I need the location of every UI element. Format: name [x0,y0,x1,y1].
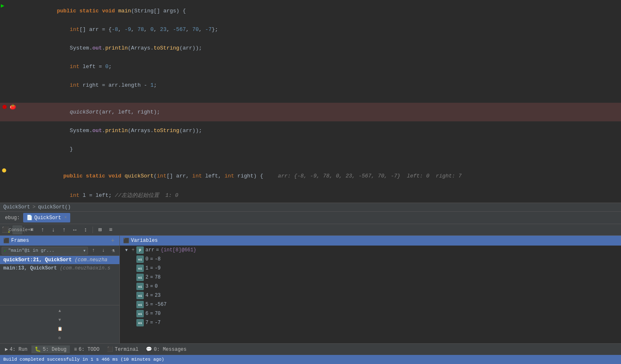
toolbar-separator2 [93,227,93,233]
var-eq: = [150,265,153,271]
line-number [0,57,17,76]
var-type-icon-oi: oi [136,274,144,281]
code-text: int right = arr.length - 1; [17,76,621,95]
var-name-1: 1 [145,265,148,271]
code-text [17,158,621,167]
var-item-arr[interactable]: ▼ + p arr = {int[8]@661} [120,246,621,255]
frames-settings-btn[interactable]: ⚙ [55,333,64,343]
todo-tab-icon: ≡ [74,347,77,352]
line-number [0,39,17,57]
todo-tab-label: 6: TODO [79,347,99,352]
line-number [0,185,17,203]
toolbar-btn-step-into[interactable]: ↓ [48,225,58,234]
code-text: public static void main(String[] args) { [17,2,621,20]
line-number [0,20,17,39]
variables-panel: ⬛ Variables ▼ + p arr = {int[8]@661} [120,236,621,343]
var-value-0: -8 [155,256,160,262]
thread-selector[interactable]: ✓ "main"@1 in gr... ▾ [2,247,88,255]
var-type-icon-oi: oi [136,319,144,326]
frame-method-0: quickSort:21, QuickSort [3,257,75,263]
code-text: System.out.println(Arrays.toString(arr))… [17,121,621,140]
frames-scroll-up[interactable]: ▲ [55,306,64,315]
line-number [0,158,17,167]
var-value-1: -9 [155,265,160,271]
var-item-3[interactable]: oi 3 = 0 [120,282,621,291]
bottom-tab-debug[interactable]: 🐛 5: Debug [31,345,70,353]
thread-selector-text: "main"@1 in gr... [8,248,81,253]
var-type-icon-oi: oi [136,265,144,272]
toolbar-btn-run-cursor[interactable]: ↔ [70,225,80,234]
var-eq: = [150,293,153,298]
toolbar-btn-step-out[interactable]: ↑ [59,225,69,234]
toolbar-btn-console[interactable]: ⬛ Console +▾ [12,225,22,234]
breadcrumb-sep: > [33,204,36,210]
var-item-0[interactable]: oi 0 = -8 [120,255,621,264]
line-number [0,76,17,95]
breadcrumb-class[interactable]: QuickSort [3,204,30,210]
var-value-arr: {int[8]@661} [161,247,196,253]
code-line: ▶ public static void main(String[] args)… [0,2,621,20]
var-type-icon-oi: oi [136,301,144,308]
step-out-icon: ↑ [62,227,66,233]
breakpoint-dot[interactable] [2,105,7,109]
frame-item-0[interactable]: quickSort:21, QuickSort (com.neuzha [0,256,119,264]
bottom-tabs: ▶ 4: Run 🐛 5: Debug ≡ 6: TODO ⬛ Terminal… [0,343,621,355]
run-cursor-icon: ↔ [73,227,76,233]
breadcrumb-method[interactable]: quickSort() [38,204,71,210]
frame-item-1[interactable]: main:13, QuickSort (com.neuzhaoxin.s [0,264,119,272]
code-line: int left = 0; [0,57,621,76]
bottom-tab-todo[interactable]: ≡ 6: TODO [71,346,103,353]
frame-class-1: (com.neuzhaoxin.s [60,265,110,271]
var-eq: = [150,274,153,280]
status-text: Build completed successfully in 1 s 466 … [3,357,164,362]
var-value-7: -7 [155,320,160,326]
var-item-6[interactable]: oi 6 = 70 [120,309,621,318]
step-into-icon: ↓ [52,227,55,233]
toolbar-separator [24,227,25,233]
var-type-icon-oi: oi [136,255,144,263]
var-type-icon-p: p [136,246,144,254]
var-expand-arr[interactable]: ▼ [123,247,130,253]
var-eq: = [150,302,153,307]
terminal-tab-icon: ⬛ [107,346,113,352]
toolbar-btn-eval[interactable]: ↕ [81,225,90,234]
code-text [17,95,621,103]
exec-arrow: 🍅 [10,104,16,110]
var-item-2[interactable]: oi 2 = 78 [120,273,621,282]
line-number: 🍅 [0,103,17,121]
var-item-4[interactable]: oi 4 = 23 [120,291,621,300]
debug-label: ebug: [2,215,23,221]
debug-tab-icon: 🐛 [35,346,41,352]
frames-copy-btn[interactable]: 📋 [55,324,64,333]
frame-filter-btn[interactable]: ⚗ [109,246,118,255]
frames-header: ⬛ Frames + [0,236,119,246]
bottom-tab-run[interactable]: ▶ 4: Run [2,345,31,353]
frames-expand-btn[interactable]: + [109,237,116,244]
frames-title: Frames [11,238,29,243]
bottom-tab-messages[interactable]: 💬 0: Messages [143,345,190,353]
watches-icon: ⊞ [98,226,102,233]
var-name-2: 2 [145,274,148,280]
line-number [0,167,17,185]
messages-tab-icon: 💬 [146,346,152,352]
toolbar-btn-more[interactable]: ≡ [106,225,116,234]
var-item-7[interactable]: oi 7 = -7 [120,318,621,327]
var-name-6: 6 [145,311,148,317]
variables-scroll[interactable]: ▼ + p arr = {int[8]@661} oi 0 = -8 [120,246,621,343]
var-add-btn[interactable]: + [130,247,136,253]
var-eq: = [150,256,153,262]
list-icon: ≡ [30,227,33,233]
var-item-1[interactable]: oi 1 = -9 [120,264,621,273]
frames-icon: ⬛ [3,238,10,244]
toolbar-btn-list[interactable]: ≡ [27,225,37,234]
tab-quicksort[interactable]: 📄 QuickSort × [23,213,70,222]
variables-header: ⬛ Variables [120,236,621,246]
frame-down-btn[interactable]: ↓ [99,246,108,255]
toolbar-btn-step-over[interactable]: ↑ [38,225,48,234]
bottom-tab-terminal[interactable]: ⬛ Terminal [104,345,142,353]
frames-scroll-down[interactable]: ▼ [55,315,64,324]
toolbar-btn-watches[interactable]: ⊞ [95,225,105,234]
tab-close-btn[interactable]: × [64,215,67,220]
frame-up-btn[interactable]: ↑ [89,246,98,255]
var-item-5[interactable]: oi 5 = -567 [120,300,621,309]
